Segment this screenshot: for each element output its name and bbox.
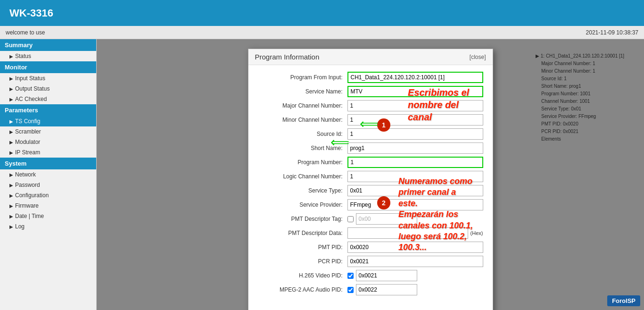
green-arrow-1: ⟸ [360,116,379,132]
annotation-text-2: Numeramos como primer canal a este. Empe… [398,176,473,253]
dialog-overlay: Program Information [close] Program From… [97,39,644,310]
program-number-field[interactable] [347,157,483,168]
sidebar-item-password[interactable]: ▶ Password [0,180,96,190]
sidebar-item-ac-checked[interactable]: ▶ AC Checked [0,94,96,104]
h265-pid-checkbox[interactable] [347,273,354,279]
service-name-label: Service Name: [258,88,347,95]
program-from-input-label: Program From Input: [258,74,347,81]
sidebar-item-ts-config[interactable]: ▶ TS Config [0,116,96,126]
annotation-bubble-1: 1 [377,118,390,132]
sidebar-item-network[interactable]: ▶ Network [0,169,96,180]
sidebar-item-modulator[interactable]: ▶ Modulator [0,137,96,147]
sidebar-item-input-status[interactable]: ▶ Input Status [0,73,96,84]
foroISP-badge: ForoISP [607,295,640,306]
short-name-field[interactable] [347,142,483,154]
sidebar-item-firmware[interactable]: ▶ Firmware [0,201,96,211]
sidebar-item-scrambler[interactable]: ▶ Scrambler [0,126,96,137]
service-provider-label: Service Provider: [258,201,347,208]
logic-channel-label: Logic Channel Number: [258,173,347,180]
sidebar-item-configuration[interactable]: ▶ Configuration [0,190,96,201]
form-row-program-from-input: Program From Input: [258,72,483,83]
content-area: ▶ 1: CH1_Data1_224.120.120.2:10001 [1] M… [97,39,644,310]
h265-pid-label: H.265 Video PID: [258,272,347,279]
welcome-text: welcome to use [6,29,45,36]
program-from-input-field[interactable] [347,72,483,83]
major-channel-label: Major Channel Number: [258,102,347,109]
minor-channel-label: Minor Channel Number: [258,117,347,123]
pmt-descriptor-tag-label: PMT Descriptor Tag: [258,216,347,222]
dialog-close-link[interactable]: [close] [470,54,486,60]
annotation-bubble-2: 2 [377,196,390,209]
pcr-pid-field[interactable] [347,256,483,267]
form-row-pcr-pid: PCR PID: [258,256,483,267]
sidebar-section-summary[interactable]: Summary [0,39,96,51]
h265-pid-field[interactable] [356,270,417,281]
form-row-program-number: Program Number: [258,157,483,168]
mpeg2-aac-pid-label: MPEG-2 AAC Audio PID: [258,286,347,293]
topbar: welcome to use 2021-11-09 10:38:37 [0,26,644,39]
sidebar-section-monitor[interactable]: Monitor [0,61,96,73]
dialog-title: Program Information [255,53,320,61]
sidebar-section-parameters[interactable]: Parameters [0,104,96,116]
datetime: 2021-11-09 10:38:37 [586,29,638,36]
form-row-h265-pid: H.265 Video PID: [258,270,483,281]
annotation-text-1: Escribimos el nombre del canal [408,86,469,123]
sidebar-item-output-status[interactable]: ▶ Output Status [0,84,96,94]
sidebar-item-ip-stream[interactable]: ▶ IP Stream [0,147,96,158]
pcr-pid-label: PCR PID: [258,258,347,265]
form-row-mpeg2-aac-pid: MPEG-2 AAC Audio PID: [258,284,483,295]
sidebar-item-status[interactable]: ▶ Status [0,51,96,61]
sidebar: Summary ▶ Status Monitor ▶ Input Status … [0,39,97,310]
app-header: WK-3316 [0,0,644,26]
mpeg2-aac-pid-field[interactable] [356,284,417,295]
mpeg2-aac-pid-checkbox[interactable] [347,287,354,293]
sidebar-section-system[interactable]: System [0,158,96,169]
watermark-dialog: ForoISP.com [248,305,493,310]
pmt-descriptor-data-label: PMT Descriptor Data: [258,230,347,236]
dialog-header: Program Information [close] [248,49,493,65]
sidebar-item-log[interactable]: ▶ Log [0,221,96,232]
program-number-label: Program Number: [258,159,347,166]
green-arrow-2: ⟸ [330,134,349,150]
sidebar-item-datetime[interactable]: ▶ Date | Time [0,211,96,221]
service-type-label: Service Type: [258,187,347,194]
app-title: WK-3316 [9,7,53,19]
pmt-pid-label: PMT PID: [258,244,347,251]
form-row-short-name: Short Name: [258,142,483,154]
pmt-descriptor-tag-checkbox[interactable] [347,216,354,222]
